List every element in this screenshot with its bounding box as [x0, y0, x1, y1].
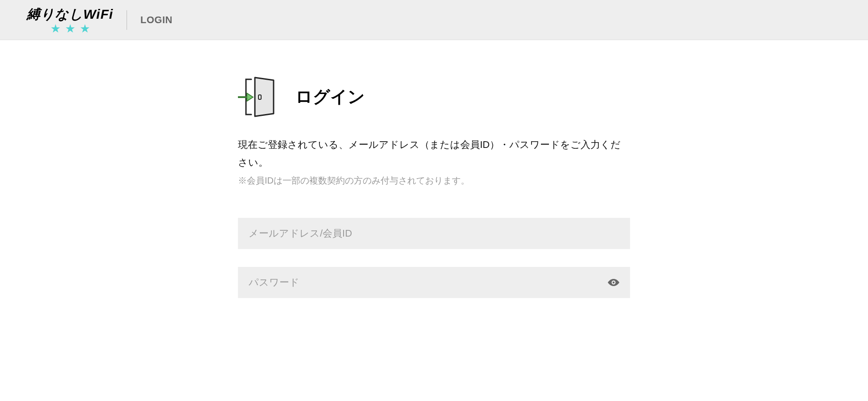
svg-point-2: [613, 282, 614, 283]
login-door-icon: [238, 76, 285, 118]
star-icon: ★: [65, 23, 75, 34]
star-icon: ★: [80, 23, 90, 34]
title-row: ログイン: [238, 76, 630, 118]
logo-text: 縛りなしWiFi: [27, 5, 113, 24]
header-login-label: LOGIN: [140, 14, 172, 26]
toggle-password-visibility-button[interactable]: [604, 275, 623, 290]
star-icon: ★: [50, 23, 61, 34]
logo[interactable]: 縛りなしWiFi ★ ★ ★: [27, 5, 113, 34]
email-input[interactable]: [238, 218, 630, 249]
logo-stars: ★ ★ ★: [50, 23, 90, 34]
page-title: ログイン: [295, 86, 365, 108]
login-description: 現在ご登録されている、メールアドレス（または会員ID）・パスワードをご入力くださ…: [238, 136, 630, 171]
password-input[interactable]: [238, 267, 630, 298]
main-content: ログイン 現在ご登録されている、メールアドレス（または会員ID）・パスワードをご…: [220, 40, 648, 334]
email-field-wrapper: [238, 218, 630, 249]
eye-icon: [607, 278, 620, 287]
login-note: ※会員IDは一部の複数契約の方のみ付与されております。: [238, 175, 630, 187]
header: 縛りなしWiFi ★ ★ ★ LOGIN: [0, 0, 868, 40]
header-divider: [127, 10, 127, 30]
password-field-wrapper: [238, 267, 630, 298]
